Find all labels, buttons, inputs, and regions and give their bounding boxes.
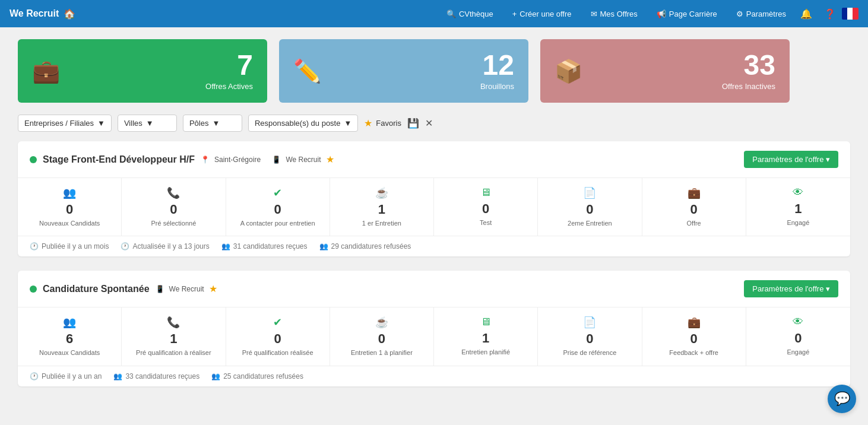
stat-card-inactives[interactable]: 📦 33 Offres Inactives (540, 39, 790, 103)
stats-number: 0 (24, 202, 115, 217)
bell-icon[interactable]: 🔔 (794, 4, 818, 24)
nav-link-creer-offre[interactable]: +Créer une offre (504, 5, 580, 23)
offer-title: Stage Front-End Développeur H/F (43, 154, 195, 165)
stats-cell[interactable]: 📄 0 2eme Entretien (538, 178, 642, 236)
stats-label: Test (440, 218, 531, 227)
location: Saint-Grégoire (214, 156, 261, 164)
stats-label: Offre (648, 219, 740, 227)
filter-entreprises-label: Entreprises / Filiales (24, 119, 94, 128)
stats-number: 0 (648, 202, 740, 217)
footer-text: Publiée il y a un an (42, 372, 102, 380)
filter-poles[interactable]: Pôles ▼ (183, 115, 242, 132)
help-icon[interactable]: ❓ (818, 4, 842, 24)
stats-cell[interactable]: ✔ 0 A contacter pour entretien (226, 178, 330, 236)
nav-link-cvtheque[interactable]: 🔍CVthèque (438, 5, 502, 23)
stats-label: Entretien 1 à planifier (336, 348, 427, 357)
favorite-star[interactable]: ★ (209, 283, 217, 294)
nav-link-mes-offres[interactable]: ✉Mes Offres (582, 5, 646, 23)
stats-icon: 🖥 (440, 186, 531, 199)
stats-cell[interactable]: 👥 0 Nouveaux Candidats (18, 178, 122, 236)
offer-footer: 🕐 Publiée il y a un an 👥 33 candidatures… (18, 366, 850, 386)
chat-icon: 💬 (834, 391, 850, 407)
filter-favoris[interactable]: ★ Favoris (364, 118, 401, 129)
nav-link-parametres[interactable]: ⚙Paramètres (728, 5, 794, 23)
stats-cell[interactable]: 📞 1 Pré qualification à réaliser (122, 307, 226, 365)
stats-label: Nouveaux Candidats (24, 348, 115, 357)
stats-number: 0 (544, 202, 635, 217)
star-icon: ★ (364, 118, 372, 129)
stats-label: 1 er Entretien (336, 219, 427, 227)
stats-cell[interactable]: 👁 0 Engagé (746, 307, 850, 365)
offer-title: Candidature Spontanée (43, 284, 150, 294)
stats-cell[interactable]: 👁 1 Engagé (746, 178, 850, 236)
footer-text: 31 candidatures reçues (233, 242, 308, 250)
nav-label: Mes Offres (600, 9, 638, 18)
main-content: 💼 7 Offres Actives ✏️ 12 Brouillons 📦 33… (0, 27, 868, 413)
clear-filter-icon[interactable]: ✕ (425, 118, 433, 129)
stats-cell[interactable]: ☕ 1 1 er Entretien (330, 178, 434, 236)
nav-icon: ⚙ (736, 9, 743, 18)
stats-icon: ☕ (336, 186, 427, 199)
filter-responsable-label: Responsable(s) du poste (255, 119, 341, 128)
stats-number: 0 (752, 331, 844, 346)
stat-card-number: 7 (205, 51, 253, 80)
language-flag[interactable] (842, 8, 859, 20)
stats-label: Entretien planifié (440, 348, 531, 356)
stats-number: 6 (24, 331, 115, 347)
stat-card-actives[interactable]: 💼 7 Offres Actives (18, 39, 267, 103)
offer-card-offer2: Candidature Spontanée 📱 We Recruit ★ Par… (18, 271, 850, 386)
stats-cell[interactable]: 👥 6 Nouveaux Candidats (18, 307, 122, 365)
stats-icon: ✔ (232, 186, 324, 199)
stats-cell[interactable]: ☕ 0 Entretien 1 à planifier (330, 307, 434, 365)
stats-label: A contacter pour entretien (232, 219, 324, 227)
stat-card-info: 33 Offres Inactives (722, 51, 775, 91)
footer-text: 29 candidatures refusées (331, 242, 411, 250)
params-button[interactable]: Paramètres de l'offre ▾ (744, 151, 838, 168)
stats-cell[interactable]: 📞 0 Pré sélectionné (122, 178, 226, 236)
company-name: We Recruit (169, 285, 204, 293)
brand[interactable]: We Recruit 🏠 (9, 8, 75, 20)
stats-icon: 📞 (128, 316, 219, 329)
stats-label: Pré sélectionné (128, 219, 219, 227)
stats-cell[interactable]: 💼 0 Offre (642, 178, 746, 236)
stats-cell[interactable]: 💼 0 Feedback + offre (642, 307, 746, 365)
save-filter-icon[interactable]: 💾 (407, 118, 419, 129)
chat-button[interactable]: 💬 (828, 385, 856, 413)
chevron-down-icon: ▼ (212, 119, 220, 128)
stat-card-icon: 💼 (32, 58, 60, 84)
stats-cell[interactable]: 🖥 1 Entretien planifié (434, 307, 538, 365)
stats-label: Pré qualification à réaliser (128, 348, 219, 357)
status-dot (30, 156, 37, 163)
stats-cell[interactable]: 🖥 0 Test (434, 178, 538, 236)
nav-link-page-carriere[interactable]: 📢Page Carrière (648, 5, 726, 23)
stat-card-label: Offres Inactives (722, 82, 775, 91)
favoris-label: Favoris (376, 119, 401, 128)
favorite-star[interactable]: ★ (326, 154, 334, 165)
stats-number: 0 (544, 331, 635, 347)
filter-entreprises[interactable]: Entreprises / Filiales ▼ (18, 115, 112, 132)
filter-villes[interactable]: Villes ▼ (118, 115, 177, 132)
filter-responsable[interactable]: Responsable(s) du poste ▼ (248, 115, 358, 132)
params-button[interactable]: Paramètres de l'offre ▾ (744, 280, 838, 297)
company-icon: 📱 (156, 285, 164, 293)
nav-label: Page Carrière (669, 9, 717, 18)
status-dot (30, 286, 37, 293)
stat-card-info: 7 Offres Actives (205, 51, 253, 91)
brand-text: We Recruit (9, 8, 59, 19)
stats-label: Nouveaux Candidats (24, 219, 115, 227)
home-icon[interactable]: 🏠 (64, 8, 75, 20)
stat-card-brouillons[interactable]: ✏️ 12 Brouillons (279, 39, 528, 103)
chevron-down-icon: ▼ (97, 119, 105, 128)
stats-label: Engagé (752, 218, 844, 227)
nav-icon: ✉ (591, 9, 597, 18)
stats-icon: 💼 (648, 316, 740, 329)
footer-text: 33 candidatures reçues (125, 372, 199, 380)
footer-item: 🕐 Publiée il y a un mois (30, 242, 109, 250)
footer-icon: 👥 (319, 242, 328, 250)
offer-title-area: Candidature Spontanée 📱 We Recruit ★ (30, 283, 217, 294)
stats-icon: 📄 (544, 316, 635, 329)
nav-icon: + (512, 9, 517, 18)
stats-cell[interactable]: ✔ 0 Pré qualification réalisée (226, 307, 330, 365)
offer-meta: 📍 Saint-Grégoire 📱 We Recruit ★ (201, 154, 334, 165)
stats-cell[interactable]: 📄 0 Prise de référence (538, 307, 642, 365)
